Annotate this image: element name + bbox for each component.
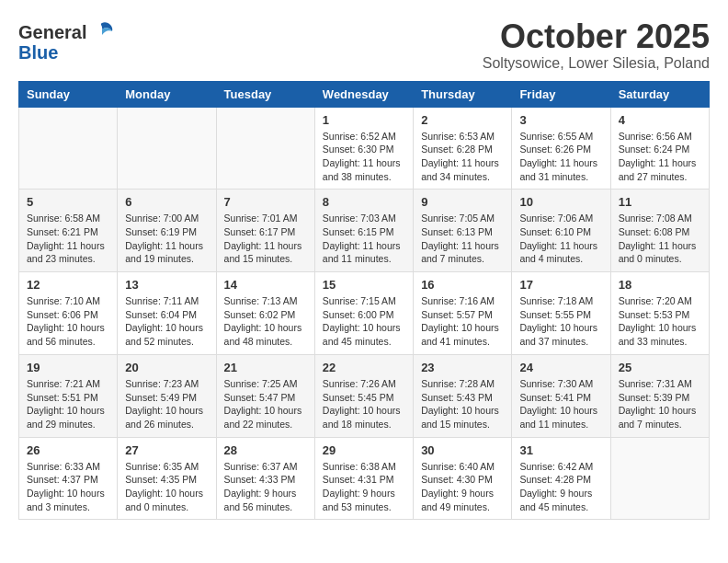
calendar-week-row: 1Sunrise: 6:52 AM Sunset: 6:30 PM Daylig… xyxy=(19,107,710,190)
calendar-cell: 2Sunrise: 6:53 AM Sunset: 6:28 PM Daylig… xyxy=(414,107,512,190)
calendar-week-row: 5Sunrise: 6:58 AM Sunset: 6:21 PM Daylig… xyxy=(19,190,710,272)
day-info: Sunrise: 7:00 AM Sunset: 6:19 PM Dayligh… xyxy=(125,212,208,266)
day-number: 17 xyxy=(519,278,602,292)
calendar-cell: 8Sunrise: 7:03 AM Sunset: 6:15 PM Daylig… xyxy=(314,190,413,272)
day-info: Sunrise: 6:52 AM Sunset: 6:30 PM Dayligh… xyxy=(323,130,405,184)
calendar-cell: 27Sunrise: 6:35 AM Sunset: 4:35 PM Dayli… xyxy=(118,437,216,520)
calendar-cell xyxy=(19,107,118,190)
calendar-cell xyxy=(118,107,216,190)
day-info: Sunrise: 7:08 AM Sunset: 6:08 PM Dayligh… xyxy=(619,212,701,266)
day-info: Sunrise: 6:56 AM Sunset: 6:24 PM Dayligh… xyxy=(619,130,701,184)
logo-bird-icon xyxy=(88,18,116,46)
day-number: 3 xyxy=(519,113,602,127)
day-info: Sunrise: 7:20 AM Sunset: 5:53 PM Dayligh… xyxy=(619,294,701,349)
logo-text: General Blue xyxy=(18,18,116,63)
logo-general: General xyxy=(18,22,86,43)
day-info: Sunrise: 7:26 AM Sunset: 5:45 PM Dayligh… xyxy=(323,377,405,431)
day-info: Sunrise: 7:06 AM Sunset: 6:10 PM Dayligh… xyxy=(519,212,602,266)
calendar-cell: 22Sunrise: 7:26 AM Sunset: 5:45 PM Dayli… xyxy=(314,354,413,437)
day-info: Sunrise: 7:10 AM Sunset: 6:06 PM Dayligh… xyxy=(27,294,109,349)
calendar-cell: 18Sunrise: 7:20 AM Sunset: 5:53 PM Dayli… xyxy=(610,272,709,355)
weekday-header-row: SundayMondayTuesdayWednesdayThursdayFrid… xyxy=(19,81,710,107)
day-info: Sunrise: 7:13 AM Sunset: 6:02 PM Dayligh… xyxy=(224,294,307,349)
weekday-header-friday: Friday xyxy=(512,81,610,107)
location-subtitle: Soltysowice, Lower Silesia, Poland xyxy=(483,55,710,72)
day-number: 4 xyxy=(619,113,701,127)
weekday-header-tuesday: Tuesday xyxy=(216,81,314,107)
day-number: 12 xyxy=(27,278,109,292)
calendar-cell: 14Sunrise: 7:13 AM Sunset: 6:02 PM Dayli… xyxy=(216,272,314,355)
calendar-cell: 12Sunrise: 7:10 AM Sunset: 6:06 PM Dayli… xyxy=(19,272,118,355)
day-info: Sunrise: 6:38 AM Sunset: 4:31 PM Dayligh… xyxy=(323,460,405,514)
day-info: Sunrise: 7:30 AM Sunset: 5:41 PM Dayligh… xyxy=(519,377,602,431)
day-number: 15 xyxy=(323,278,405,292)
day-number: 5 xyxy=(27,195,109,209)
day-number: 27 xyxy=(125,443,208,457)
day-number: 26 xyxy=(27,443,109,457)
day-info: Sunrise: 6:58 AM Sunset: 6:21 PM Dayligh… xyxy=(27,212,109,266)
day-number: 10 xyxy=(519,195,602,209)
month-title: October 2025 xyxy=(483,18,710,55)
calendar-cell: 25Sunrise: 7:31 AM Sunset: 5:39 PM Dayli… xyxy=(610,354,709,437)
calendar-cell: 6Sunrise: 7:00 AM Sunset: 6:19 PM Daylig… xyxy=(118,190,216,272)
day-number: 22 xyxy=(323,361,405,374)
day-number: 13 xyxy=(125,278,208,292)
day-info: Sunrise: 7:15 AM Sunset: 6:00 PM Dayligh… xyxy=(323,294,405,349)
calendar-cell: 17Sunrise: 7:18 AM Sunset: 5:55 PM Dayli… xyxy=(512,272,610,355)
calendar-week-row: 12Sunrise: 7:10 AM Sunset: 6:06 PM Dayli… xyxy=(19,272,710,355)
day-number: 28 xyxy=(224,443,307,457)
day-info: Sunrise: 6:53 AM Sunset: 6:28 PM Dayligh… xyxy=(421,130,504,184)
calendar-cell: 30Sunrise: 6:40 AM Sunset: 4:30 PM Dayli… xyxy=(414,437,512,520)
calendar-cell xyxy=(216,107,314,190)
day-info: Sunrise: 7:05 AM Sunset: 6:13 PM Dayligh… xyxy=(421,212,504,266)
day-info: Sunrise: 6:40 AM Sunset: 4:30 PM Dayligh… xyxy=(421,460,504,514)
calendar-cell: 4Sunrise: 6:56 AM Sunset: 6:24 PM Daylig… xyxy=(610,107,709,190)
day-number: 31 xyxy=(519,443,602,457)
calendar-cell: 26Sunrise: 6:33 AM Sunset: 4:37 PM Dayli… xyxy=(19,437,118,520)
day-number: 19 xyxy=(27,361,109,374)
calendar-cell: 16Sunrise: 7:16 AM Sunset: 5:57 PM Dayli… xyxy=(414,272,512,355)
calendar-cell: 5Sunrise: 6:58 AM Sunset: 6:21 PM Daylig… xyxy=(19,190,118,272)
calendar-cell: 10Sunrise: 7:06 AM Sunset: 6:10 PM Dayli… xyxy=(512,190,610,272)
day-number: 9 xyxy=(421,195,504,209)
calendar-cell: 13Sunrise: 7:11 AM Sunset: 6:04 PM Dayli… xyxy=(118,272,216,355)
day-number: 11 xyxy=(619,195,701,209)
calendar-cell: 1Sunrise: 6:52 AM Sunset: 6:30 PM Daylig… xyxy=(314,107,413,190)
day-number: 23 xyxy=(421,361,504,374)
calendar-cell: 7Sunrise: 7:01 AM Sunset: 6:17 PM Daylig… xyxy=(216,190,314,272)
day-number: 29 xyxy=(323,443,405,457)
day-info: Sunrise: 7:01 AM Sunset: 6:17 PM Dayligh… xyxy=(224,212,307,266)
calendar-cell: 31Sunrise: 6:42 AM Sunset: 4:28 PM Dayli… xyxy=(512,437,610,520)
weekday-header-thursday: Thursday xyxy=(414,81,512,107)
weekday-header-sunday: Sunday xyxy=(19,81,118,107)
weekday-header-monday: Monday xyxy=(118,81,216,107)
day-number: 21 xyxy=(224,361,307,374)
calendar-cell: 23Sunrise: 7:28 AM Sunset: 5:43 PM Dayli… xyxy=(414,354,512,437)
day-number: 14 xyxy=(224,278,307,292)
day-number: 6 xyxy=(125,195,208,209)
calendar-cell: 9Sunrise: 7:05 AM Sunset: 6:13 PM Daylig… xyxy=(414,190,512,272)
calendar-cell: 28Sunrise: 6:37 AM Sunset: 4:33 PM Dayli… xyxy=(216,437,314,520)
day-info: Sunrise: 7:31 AM Sunset: 5:39 PM Dayligh… xyxy=(619,377,701,431)
day-number: 20 xyxy=(125,361,208,374)
day-info: Sunrise: 6:37 AM Sunset: 4:33 PM Dayligh… xyxy=(224,460,307,514)
day-info: Sunrise: 7:28 AM Sunset: 5:43 PM Dayligh… xyxy=(421,377,504,431)
day-info: Sunrise: 6:35 AM Sunset: 4:35 PM Dayligh… xyxy=(125,460,208,514)
day-info: Sunrise: 7:03 AM Sunset: 6:15 PM Dayligh… xyxy=(323,212,405,266)
day-number: 30 xyxy=(421,443,504,457)
day-number: 2 xyxy=(421,113,504,127)
day-info: Sunrise: 7:23 AM Sunset: 5:49 PM Dayligh… xyxy=(125,377,208,431)
weekday-header-wednesday: Wednesday xyxy=(314,81,413,107)
day-number: 1 xyxy=(323,113,405,127)
day-info: Sunrise: 7:25 AM Sunset: 5:47 PM Dayligh… xyxy=(224,377,307,431)
calendar-cell: 21Sunrise: 7:25 AM Sunset: 5:47 PM Dayli… xyxy=(216,354,314,437)
calendar-cell: 29Sunrise: 6:38 AM Sunset: 4:31 PM Dayli… xyxy=(314,437,413,520)
day-number: 8 xyxy=(323,195,405,209)
calendar-week-row: 26Sunrise: 6:33 AM Sunset: 4:37 PM Dayli… xyxy=(19,437,710,520)
day-info: Sunrise: 6:55 AM Sunset: 6:26 PM Dayligh… xyxy=(519,130,602,184)
day-info: Sunrise: 6:33 AM Sunset: 4:37 PM Dayligh… xyxy=(27,460,109,514)
day-number: 25 xyxy=(619,361,701,374)
day-number: 16 xyxy=(421,278,504,292)
calendar-cell: 20Sunrise: 7:23 AM Sunset: 5:49 PM Dayli… xyxy=(118,354,216,437)
day-info: Sunrise: 7:18 AM Sunset: 5:55 PM Dayligh… xyxy=(519,294,602,349)
